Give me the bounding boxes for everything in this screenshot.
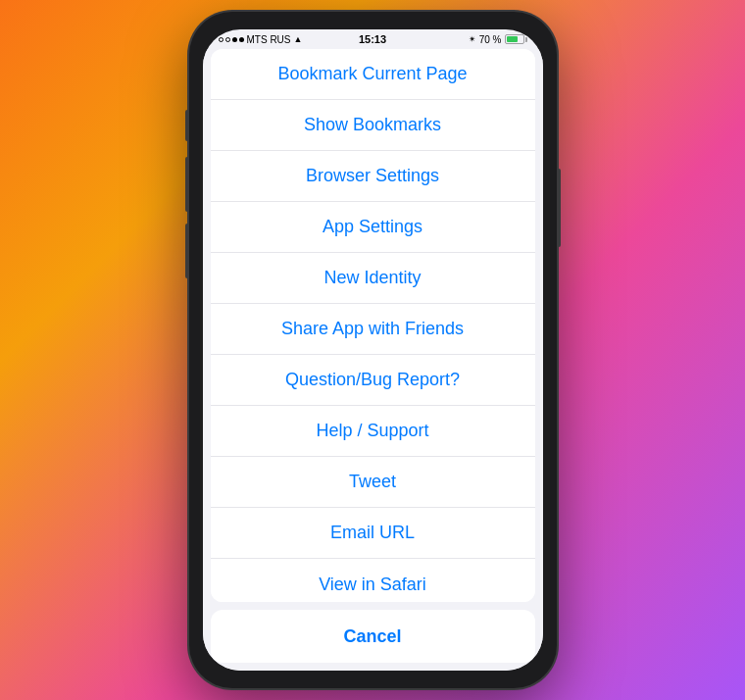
menu-item-share-app[interactable]: Share App with Friends bbox=[211, 304, 535, 355]
signal-strength bbox=[219, 37, 244, 42]
signal-dot-2 bbox=[225, 37, 230, 42]
menu-item-label-view-safari: View in Safari bbox=[319, 575, 426, 595]
phone-screen: MTS RUS ▲ 15:13 ✴ 70 % Bookmark Current bbox=[203, 29, 543, 671]
mute-button bbox=[185, 110, 189, 141]
menu-item-label-help-support: Help / Support bbox=[316, 421, 428, 441]
status-bar: MTS RUS ▲ 15:13 ✴ 70 % bbox=[203, 29, 543, 49]
phone-frame: MTS RUS ▲ 15:13 ✴ 70 % Bookmark Current bbox=[189, 12, 557, 688]
power-button bbox=[557, 169, 561, 247]
menu-item-label-browser-settings: Browser Settings bbox=[306, 166, 439, 186]
menu-item-label-app-settings: App Settings bbox=[323, 217, 422, 237]
menu-item-label-question-bug: Question/Bug Report? bbox=[285, 370, 460, 390]
menu-item-browser-settings[interactable]: Browser Settings bbox=[211, 151, 535, 202]
bluetooth-icon: ✴ bbox=[469, 34, 476, 44]
menu-item-label-bookmark-current: Bookmark Current Page bbox=[277, 64, 467, 84]
menu-item-question-bug[interactable]: Question/Bug Report? bbox=[211, 355, 535, 406]
battery-body bbox=[505, 34, 524, 44]
signal-dot-4 bbox=[239, 37, 244, 42]
carrier-label: MTS RUS bbox=[247, 34, 291, 45]
status-right: ✴ 70 % bbox=[469, 34, 527, 45]
volume-up-button bbox=[185, 157, 189, 212]
signal-dot-3 bbox=[232, 37, 237, 42]
volume-down-button bbox=[185, 224, 189, 278]
menu-item-show-bookmarks[interactable]: Show Bookmarks bbox=[211, 100, 535, 151]
battery-icon bbox=[505, 34, 527, 44]
status-left: MTS RUS ▲ bbox=[219, 34, 303, 45]
menu-item-label-email-url: Email URL bbox=[330, 523, 415, 543]
menu-item-new-identity[interactable]: New Identity bbox=[211, 253, 535, 304]
menu-item-bookmark-current[interactable]: Bookmark Current Page bbox=[211, 49, 535, 100]
battery-percent: 70 % bbox=[479, 34, 502, 45]
menu-item-label-tweet: Tweet bbox=[349, 472, 396, 492]
cancel-button[interactable]: Cancel bbox=[211, 610, 535, 663]
menu-item-app-settings[interactable]: App Settings bbox=[211, 202, 535, 253]
battery-tip bbox=[525, 37, 527, 42]
menu-item-label-new-identity: New Identity bbox=[323, 268, 421, 288]
action-sheet: Bookmark Current PageShow BookmarksBrows… bbox=[211, 49, 535, 602]
wifi-icon: ▲ bbox=[294, 34, 303, 44]
battery-fill bbox=[507, 36, 518, 42]
signal-dot-1 bbox=[219, 37, 224, 42]
menu-item-email-url[interactable]: Email URL bbox=[211, 508, 535, 559]
cancel-label: Cancel bbox=[343, 626, 401, 647]
menu-item-view-safari[interactable]: View in Safari bbox=[211, 559, 535, 602]
menu-item-label-share-app: Share App with Friends bbox=[281, 319, 464, 339]
menu-item-tweet[interactable]: Tweet bbox=[211, 457, 535, 508]
menu-item-label-show-bookmarks: Show Bookmarks bbox=[304, 115, 441, 135]
menu-item-help-support[interactable]: Help / Support bbox=[211, 406, 535, 457]
clock: 15:13 bbox=[359, 33, 386, 45]
content-area: Bookmark Current PageShow BookmarksBrows… bbox=[203, 49, 543, 671]
